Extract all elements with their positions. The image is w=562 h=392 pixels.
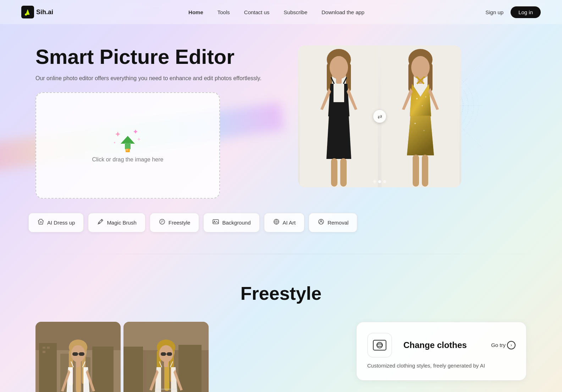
- tool-ai-dress-up[interactable]: AI Dress up: [28, 213, 84, 232]
- svg-rect-82: [72, 352, 78, 356]
- ai-art-icon: [273, 218, 280, 227]
- svg-rect-6: [128, 150, 129, 150]
- svg-point-54: [162, 220, 163, 221]
- upload-graphic: [110, 128, 145, 156]
- svg-rect-74: [43, 351, 45, 353]
- svg-point-59: [276, 221, 277, 222]
- freestyle-card: Change clothes Go try › Customized cloth…: [356, 322, 527, 381]
- svg-point-29: [330, 56, 348, 79]
- svg-point-48: [424, 130, 425, 131]
- svg-point-45: [422, 105, 423, 106]
- card-title-row: Change clothes Go try ›: [367, 333, 516, 358]
- dot-3: [383, 180, 386, 183]
- svg-rect-107: [164, 361, 168, 367]
- card-icon: [367, 333, 392, 358]
- freestyle-images: [35, 322, 346, 392]
- freestyle-image-1: [35, 322, 121, 392]
- svg-rect-104: [161, 352, 166, 356]
- signup-button[interactable]: Sign up: [485, 9, 503, 15]
- comparison-handle[interactable]: ⇄: [373, 110, 386, 123]
- upload-text: Click or drag the image here: [92, 156, 164, 163]
- freestyle-icon: [159, 218, 166, 227]
- svg-rect-4: [126, 149, 130, 152]
- navbar: Sih.ai Home Tools Contact us Subscribe D…: [0, 0, 562, 24]
- tool-ai-art[interactable]: AI Art: [264, 213, 305, 232]
- tool-removal[interactable]: Removal: [309, 213, 357, 232]
- svg-rect-34: [340, 158, 347, 187]
- svg-point-40: [411, 56, 430, 79]
- tool-magic-brush[interactable]: Magic Brush: [88, 213, 145, 232]
- svg-rect-55: [213, 220, 219, 224]
- svg-rect-30: [336, 77, 342, 84]
- comparison-slider[interactable]: ⇄: [298, 45, 461, 187]
- svg-rect-5: [126, 149, 128, 150]
- tool-ai-art-label: AI Art: [283, 220, 296, 226]
- hero-section: Smart Picture Editor Our online photo ed…: [0, 24, 562, 213]
- freestyle-content: Change clothes Go try › Customized cloth…: [35, 322, 527, 392]
- tool-buttons: AI Dress up Magic Brush Freestyle: [0, 213, 562, 247]
- svg-point-44: [416, 98, 418, 99]
- nav-right: Sign up Log in: [485, 6, 541, 18]
- card-description: Customized clothing styles, freely gener…: [367, 362, 516, 370]
- svg-rect-73: [47, 347, 50, 349]
- hero-subtitle: Our online photo editor offers everythin…: [35, 75, 277, 82]
- svg-point-51: [40, 221, 42, 223]
- svg-point-46: [425, 96, 426, 98]
- tool-ai-dress-up-label: AI Dress up: [47, 220, 75, 226]
- comparison-dots: [373, 180, 386, 183]
- svg-rect-33: [331, 158, 337, 187]
- svg-rect-49: [413, 155, 419, 187]
- svg-point-47: [414, 123, 416, 124]
- nav-subscribe[interactable]: Subscribe: [284, 9, 308, 15]
- tool-background-label: Background: [222, 220, 250, 226]
- freestyle-image-2: [123, 322, 209, 392]
- svg-rect-68: [39, 343, 57, 392]
- nav-download[interactable]: Download the app: [321, 9, 364, 15]
- logo-icon: [21, 6, 34, 18]
- logo-text: Sih.ai: [36, 9, 53, 16]
- svg-rect-83: [79, 352, 84, 356]
- go-try-arrow: ›: [507, 341, 516, 349]
- tool-background[interactable]: Background: [203, 213, 259, 232]
- svg-rect-2: [125, 143, 131, 149]
- svg-rect-72: [43, 347, 45, 349]
- nav-tools[interactable]: Tools: [217, 9, 230, 15]
- tool-freestyle[interactable]: Freestyle: [150, 213, 199, 232]
- svg-point-53: [161, 221, 162, 221]
- go-try-button[interactable]: Go try ›: [491, 341, 516, 349]
- svg-point-65: [320, 220, 322, 221]
- upload-area[interactable]: Click or drag the image here: [35, 92, 220, 199]
- svg-rect-95: [178, 345, 202, 392]
- hero-title: Smart Picture Editor: [35, 45, 277, 68]
- go-try-label: Go try: [491, 342, 506, 348]
- hero-right: ⇄: [298, 45, 461, 187]
- dot-1: [373, 180, 376, 183]
- removal-icon: [318, 218, 325, 227]
- tool-magic-brush-label: Magic Brush: [107, 220, 136, 226]
- logo[interactable]: Sih.ai: [21, 6, 53, 18]
- svg-rect-85: [76, 361, 80, 367]
- nav-home[interactable]: Home: [188, 9, 203, 15]
- freestyle-title: Freestyle: [35, 283, 527, 304]
- card-title: Change clothes: [403, 340, 467, 350]
- svg-point-56: [214, 221, 215, 222]
- nav-contact[interactable]: Contact us: [244, 9, 270, 15]
- svg-point-1: [25, 13, 27, 16]
- svg-rect-105: [167, 352, 172, 356]
- svg-rect-50: [422, 155, 428, 187]
- comparison-after: [380, 45, 461, 187]
- ai-dress-up-icon: [37, 218, 44, 227]
- tool-removal-label: Removal: [327, 220, 348, 226]
- svg-rect-93: [123, 347, 143, 392]
- background-icon: [212, 218, 219, 227]
- comparison-before: [298, 45, 380, 187]
- svg-rect-70: [92, 347, 114, 392]
- tool-freestyle-label: Freestyle: [169, 220, 191, 226]
- magic-brush-icon: [97, 218, 104, 227]
- svg-marker-3: [121, 136, 135, 144]
- hero-left: Smart Picture Editor Our online photo ed…: [35, 45, 277, 199]
- nav-links: Home Tools Contact us Subscribe Download…: [67, 9, 485, 15]
- dot-2: [378, 180, 381, 183]
- login-button[interactable]: Log in: [511, 6, 541, 18]
- freestyle-section: Freestyle: [0, 261, 562, 392]
